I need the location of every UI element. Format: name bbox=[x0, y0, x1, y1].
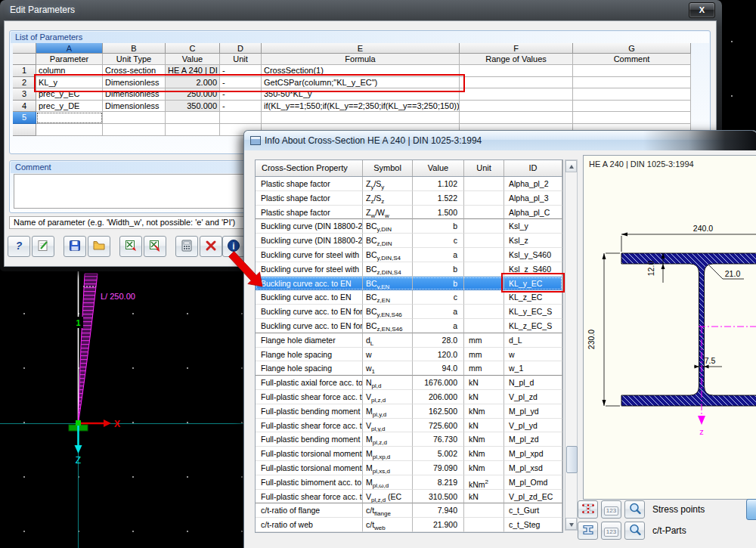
table-scrollbar[interactable] bbox=[565, 159, 578, 531]
save-parameters-button[interactable] bbox=[64, 236, 86, 257]
table-cell[interactable]: c_t_Gurt bbox=[504, 503, 562, 518]
table-cell[interactable]: kN bbox=[464, 490, 504, 504]
table-cell[interactable]: kN bbox=[464, 376, 504, 390]
table-cell[interactable]: Formula bbox=[262, 54, 460, 65]
table-cell[interactable]: a bbox=[413, 319, 464, 333]
table-cell[interactable]: Ksl_y bbox=[504, 219, 562, 234]
table-cell[interactable]: c/tweb bbox=[363, 518, 413, 532]
table-cell[interactable]: w bbox=[363, 348, 413, 362]
table-cell[interactable]: Buckling curve acc. to EN bbox=[256, 290, 363, 305]
table-cell[interactable] bbox=[220, 112, 262, 124]
table-cell[interactable]: Zy/Sy bbox=[363, 177, 413, 191]
table-cell[interactable]: Comment bbox=[573, 54, 691, 65]
table-cell[interactable]: kN bbox=[464, 419, 504, 433]
table-cell[interactable]: 310.500 bbox=[413, 490, 464, 504]
table-cell[interactable]: Full-plastic torsional moment bbox=[256, 447, 363, 461]
ct-parts-display-button[interactable] bbox=[578, 522, 598, 540]
table-cell[interactable]: BCz,DIN,S4 bbox=[363, 262, 413, 277]
table-cell[interactable]: 3 bbox=[13, 88, 36, 101]
export-table-button[interactable] bbox=[144, 236, 166, 257]
table-cell[interactable] bbox=[573, 88, 691, 101]
column-header[interactable]: Symbol bbox=[363, 160, 413, 176]
table-cell[interactable]: A bbox=[36, 43, 103, 54]
calculator-button[interactable] bbox=[175, 236, 198, 257]
table-cell[interactable] bbox=[464, 305, 504, 319]
table-cell[interactable]: c/t-ratio of web bbox=[256, 518, 363, 532]
table-cell[interactable]: Buckling curve for steel with bbox=[256, 262, 363, 277]
table-row[interactable]: Full-plastic shear force acc. tVpl,y,d72… bbox=[256, 419, 562, 433]
table-cell[interactable]: c_t_Steg bbox=[504, 518, 562, 532]
table-row[interactable]: c/t-ratio of webc/tweb21.900c_t_Steg bbox=[256, 518, 562, 532]
help-button[interactable]: ? bbox=[8, 236, 30, 257]
table-cell[interactable]: Zw/Ww bbox=[363, 206, 413, 220]
table-cell[interactable] bbox=[464, 319, 504, 333]
table-cell[interactable]: Buckling curve (DIN 18800-2: bbox=[256, 219, 363, 234]
scroll-up-button[interactable] bbox=[565, 160, 577, 172]
table-cell[interactable]: KL_y_EC_S bbox=[504, 305, 562, 319]
table-cell[interactable]: KL_z_EC bbox=[504, 290, 562, 305]
table-cell[interactable]: Mpl,xp,d bbox=[363, 447, 413, 461]
table-cell[interactable]: V_pl_zd bbox=[504, 390, 562, 404]
table-cell[interactable]: 7.940 bbox=[413, 503, 464, 518]
clipped-toolbar-button[interactable] bbox=[746, 499, 756, 520]
stress-points-numbering-button[interactable]: 123 bbox=[601, 500, 621, 519]
table-cell[interactable]: Unit Type bbox=[103, 54, 166, 65]
table-cell[interactable]: M_pl_Omd bbox=[504, 475, 562, 490]
table-cell[interactable]: b bbox=[413, 219, 464, 234]
table-cell[interactable]: 120.0 bbox=[413, 348, 464, 362]
table-cell[interactable]: BCy,DIN bbox=[363, 219, 413, 234]
table-cell[interactable]: c bbox=[413, 290, 464, 305]
member-number-label[interactable]: 1 bbox=[76, 318, 80, 327]
column-header[interactable]: Value bbox=[413, 160, 464, 176]
table-cell[interactable]: BCy,DIN,S4 bbox=[363, 248, 413, 262]
table-cell[interactable] bbox=[103, 124, 166, 136]
table-cell[interactable]: Vpl,z,d bbox=[363, 390, 413, 404]
table-cell[interactable]: 1.102 bbox=[413, 177, 464, 191]
table-row[interactable]: Buckling curve for steel withBCy,DIN,S4a… bbox=[256, 248, 562, 262]
open-parameters-button[interactable] bbox=[88, 236, 110, 257]
import-table-button[interactable] bbox=[119, 236, 142, 257]
table-cell[interactable] bbox=[13, 43, 36, 54]
table-row[interactable]: Buckling curve acc. to EN forBCz,EN,S46a… bbox=[256, 319, 562, 333]
table-cell[interactable]: Buckling curve acc. to EN for bbox=[256, 319, 363, 333]
table-cell[interactable]: C bbox=[166, 43, 220, 54]
table-cell[interactable] bbox=[464, 206, 504, 220]
table-cell[interactable]: Flange hole spacing bbox=[256, 348, 363, 362]
table-cell[interactable] bbox=[573, 101, 691, 113]
table-row[interactable]: Full-plastic torsional momentMpl,xp,d5.0… bbox=[256, 447, 562, 461]
table-cell[interactable]: Vpl,y,d bbox=[363, 419, 413, 433]
table-cell[interactable]: kN bbox=[464, 390, 504, 404]
table-cell[interactable]: M_pl_xpd bbox=[504, 447, 562, 461]
table-cell[interactable]: 206.000 bbox=[413, 390, 464, 404]
table-row[interactable]: Full-plastic shear force acc. tVpl,z,d (… bbox=[256, 490, 562, 504]
table-cell[interactable]: Mpl,z,d bbox=[363, 432, 413, 447]
table-cell[interactable]: V_pl_zd_EC bbox=[504, 490, 562, 504]
table-row[interactable]: Flange hole spacingw120.0mmw bbox=[256, 348, 562, 362]
cross-section-info-button[interactable]: i bbox=[222, 236, 245, 257]
scrollbar-thumb[interactable] bbox=[566, 446, 578, 473]
table-cell[interactable]: Plastic shape factor bbox=[256, 191, 363, 206]
table-cell[interactable]: a bbox=[413, 248, 464, 262]
table-cell[interactable]: Plastic shape factor bbox=[256, 177, 363, 191]
table-cell[interactable]: kNm bbox=[464, 447, 504, 461]
table-cell[interactable] bbox=[464, 503, 504, 518]
table-cell[interactable]: Zz/Sz bbox=[363, 191, 413, 206]
table-cell[interactable]: B bbox=[103, 43, 166, 54]
table-cell[interactable] bbox=[103, 112, 166, 124]
table-cell[interactable] bbox=[464, 277, 504, 291]
table-cell[interactable] bbox=[464, 262, 504, 277]
table-cell[interactable]: V_pl_yd bbox=[504, 419, 562, 433]
table-cell[interactable]: 5.002 bbox=[413, 447, 464, 461]
table-cell[interactable]: Mpl,y,d bbox=[363, 404, 413, 419]
table-cell[interactable] bbox=[573, 112, 691, 124]
table-cell[interactable]: b bbox=[413, 262, 464, 277]
table-cell[interactable] bbox=[464, 248, 504, 262]
table-cell[interactable]: c/t-ratio of flange bbox=[256, 503, 363, 518]
table-cell[interactable]: BCz,EN,S46 bbox=[363, 319, 413, 333]
table-cell[interactable]: Full-plastic axial force acc. to bbox=[256, 376, 363, 390]
table-cell[interactable]: KL_z_EC_S bbox=[504, 319, 562, 333]
table-cell[interactable]: BCz,EN bbox=[363, 290, 413, 305]
table-cell[interactable]: Parameter bbox=[36, 54, 103, 65]
table-cell[interactable]: Npl,d bbox=[363, 376, 413, 390]
table-cell[interactable]: 725.600 bbox=[413, 419, 464, 433]
